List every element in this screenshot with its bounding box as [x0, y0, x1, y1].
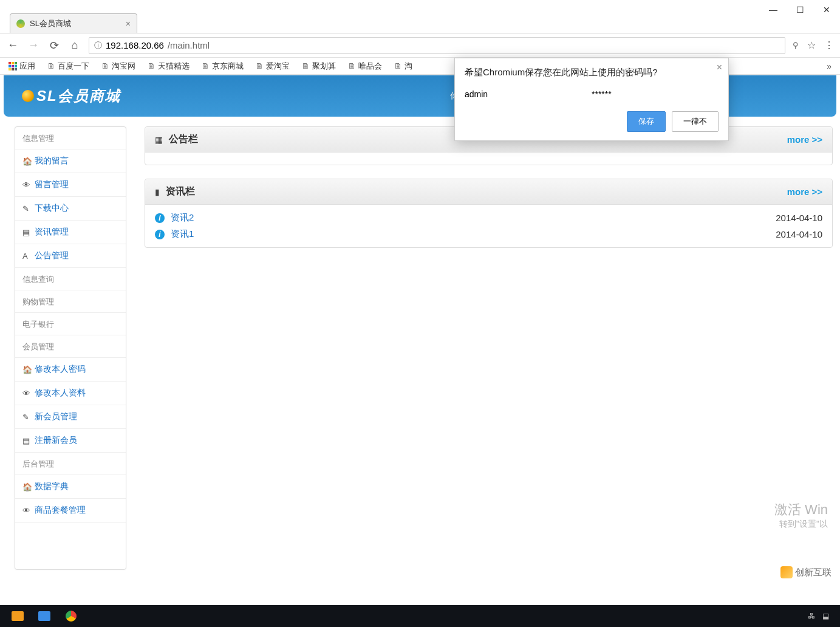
window-controls: — ☐ ✕ [760, 0, 840, 19]
favicon-icon [16, 19, 25, 28]
news-item-link[interactable]: 资讯2 [171, 212, 194, 224]
window-close-button[interactable]: ✕ [813, 1, 840, 19]
taskbar-chrome-icon[interactable] [58, 606, 84, 626]
sidebar-item[interactable]: 🏠我的留言 [15, 149, 126, 173]
menu-icon: ✎ [22, 413, 31, 422]
app-logo: SL会员商城 [22, 86, 121, 106]
browser-tab[interactable]: SL会员商城 × [10, 13, 137, 33]
file-icon: 🗎 [348, 61, 356, 70]
window-minimize-button[interactable]: — [760, 1, 787, 19]
bookmark-item[interactable]: 🗎天猫精选 [148, 61, 190, 72]
window-maximize-button[interactable]: ☐ [787, 1, 813, 19]
news-row: i资讯22014-04-10 [155, 210, 822, 226]
sidebar-item[interactable]: ▤注册新会员 [15, 429, 126, 453]
menu-label: 下载中心 [35, 203, 69, 214]
tray-icon[interactable]: ⬓ [822, 612, 829, 620]
bookmark-star-icon[interactable]: ☆ [807, 39, 816, 51]
corner-logo: 创新互联 [780, 566, 831, 578]
menu-label: 留言管理 [35, 179, 69, 190]
forward-button[interactable]: → [27, 39, 40, 52]
menu-label: 新会员管理 [35, 411, 77, 422]
sidebar-item[interactable]: ✎下载中心 [15, 197, 126, 221]
news-row: i资讯12014-04-10 [155, 226, 822, 242]
file-icon: 🗎 [202, 61, 210, 70]
browser-tab-bar: SL会员商城 × [0, 0, 840, 33]
sidebar-item[interactable]: ✎新会员管理 [15, 405, 126, 429]
news-item-date: 2014-04-10 [776, 213, 822, 223]
news-more-link[interactable]: more >> [787, 187, 822, 197]
taskbar-explorer-icon[interactable] [32, 606, 57, 626]
news-body: i资讯22014-04-10i资讯12014-04-10 [145, 205, 832, 247]
popup-never-button[interactable]: 一律不 [672, 111, 719, 132]
taskbar-vm-icon[interactable] [5, 606, 30, 626]
file-icon: 🗎 [256, 61, 264, 70]
menu-icon: ▤ [22, 436, 31, 445]
url-host: 192.168.20.66 [106, 40, 164, 50]
activate-windows-subtext: 转到"设置"以 [779, 519, 828, 530]
menu-icon: 🏠 [22, 365, 31, 374]
file-icon: 🗎 [47, 61, 55, 70]
file-icon: 🗎 [394, 61, 402, 70]
menu-icon: 👁 [22, 506, 31, 515]
bookmarks-apps-button[interactable]: 应用 [9, 61, 35, 72]
menu-label: 修改本人密码 [35, 364, 86, 375]
home-button[interactable]: ⌂ [68, 39, 81, 52]
menu-label: 商品套餐管理 [35, 505, 86, 516]
sidebar-item[interactable]: A公告管理 [15, 244, 126, 268]
activate-windows-text: 激活 Win [774, 501, 828, 519]
menu-label: 数据字典 [35, 481, 69, 492]
sidebar-item[interactable]: ▤资讯管理 [15, 221, 126, 244]
bookmark-item[interactable]: 🗎淘宝网 [101, 61, 135, 72]
grid-icon: ▦ [155, 135, 163, 145]
menu-label: 资讯管理 [35, 227, 69, 238]
announcement-more-link[interactable]: more >> [787, 134, 822, 145]
bookmarks-overflow-button[interactable]: » [827, 61, 831, 71]
announcement-body [145, 152, 832, 165]
browser-menu-button[interactable]: ⋮ [824, 39, 834, 51]
reload-button[interactable]: ⟳ [47, 39, 61, 52]
bookmark-item[interactable]: 🗎百度一下 [47, 61, 89, 72]
file-icon: ▮ [155, 187, 160, 197]
bookmark-item[interactable]: 🗎淘 [394, 61, 412, 72]
address-bar[interactable]: ⓘ 192.168.20.66/main.html [89, 37, 785, 54]
news-title: 资讯栏 [166, 185, 195, 198]
menu-icon: A [22, 252, 31, 261]
news-panel: ▮ 资讯栏 more >> i资讯22014-04-10i资讯12014-04-… [145, 179, 833, 248]
news-item-link[interactable]: 资讯1 [171, 228, 194, 240]
menu-icon: 🏠 [22, 157, 31, 166]
browser-toolbar: ← → ⟳ ⌂ ⓘ 192.168.20.66/main.html ⚲ ☆ ⋮ [0, 33, 840, 58]
sidebar-item[interactable]: 👁留言管理 [15, 173, 126, 197]
sidebar-item[interactable]: 🏠修改本人密码 [15, 358, 126, 382]
menu-icon: 👁 [22, 389, 31, 398]
apps-grid-icon [9, 62, 17, 70]
sidebar: 信息管理🏠我的留言👁留言管理✎下载中心▤资讯管理A公告管理信息查询购物管理电子银… [15, 126, 126, 570]
news-item-date: 2014-04-10 [776, 229, 822, 239]
sidebar-section-header: 信息查询 [15, 268, 126, 290]
save-password-popup: × 希望Chromium保存您在此网站上使用的密码吗? admin ******… [454, 58, 729, 141]
bookmark-item[interactable]: 🗎聚划算 [302, 61, 336, 72]
menu-icon: ✎ [22, 204, 31, 213]
sidebar-section-header: 后台管理 [15, 453, 126, 475]
tray-icon[interactable]: 🖧 [808, 612, 815, 620]
sidebar-item[interactable]: 👁商品套餐管理 [15, 499, 126, 522]
popup-password-mask: ****** [592, 89, 719, 99]
bookmark-item[interactable]: 🗎唯品会 [348, 61, 382, 72]
popup-close-button[interactable]: × [717, 62, 722, 73]
tab-close-button[interactable]: × [126, 19, 131, 29]
menu-icon: ▤ [22, 228, 31, 237]
popup-save-button[interactable]: 保存 [627, 111, 666, 132]
sidebar-section-header: 购物管理 [15, 290, 126, 313]
sidebar-item[interactable]: 👁修改本人资料 [15, 382, 126, 405]
menu-icon: 👁 [22, 180, 31, 190]
info-icon: i [155, 230, 165, 239]
pin-icon[interactable]: ⚲ [793, 41, 799, 50]
menu-label: 修改本人资料 [35, 388, 86, 399]
file-icon: 🗎 [302, 61, 310, 70]
bookmark-item[interactable]: 🗎京东商城 [202, 61, 244, 72]
logo-icon [22, 90, 34, 102]
sidebar-section-header: 信息管理 [15, 127, 126, 149]
bookmark-item[interactable]: 🗎爱淘宝 [256, 61, 290, 72]
back-button[interactable]: ← [6, 39, 19, 52]
sidebar-item[interactable]: 🏠数据字典 [15, 475, 126, 499]
file-icon: 🗎 [101, 61, 109, 70]
